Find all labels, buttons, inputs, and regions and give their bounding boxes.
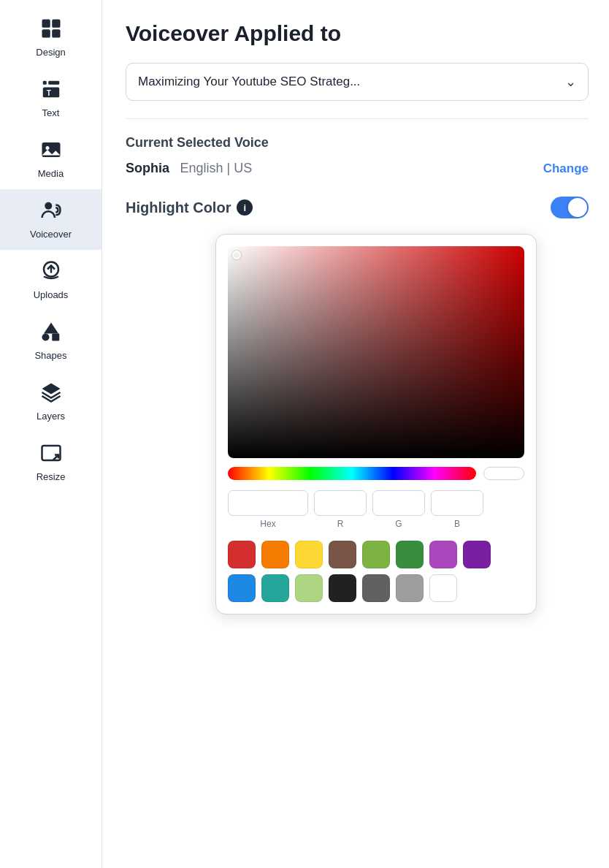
r-input-group: 255 R: [314, 490, 367, 529]
svg-point-9: [45, 146, 49, 150]
swatch-orange[interactable]: [261, 541, 289, 568]
text-icon: T: [40, 78, 62, 103]
media-icon: [40, 139, 62, 164]
sidebar-item-voiceover[interactable]: Voiceover: [0, 189, 102, 250]
swatches-row-2: [228, 574, 524, 602]
sidebar-item-media[interactable]: Media: [0, 129, 102, 189]
sidebar-item-label-layers: Layers: [37, 411, 65, 422]
main-content: Voiceover Applied to Maximizing Your You…: [102, 0, 609, 868]
resize-icon: [40, 442, 62, 467]
sidebar-item-label-resize: Resize: [37, 471, 66, 482]
sidebar-item-design[interactable]: Design: [0, 7, 102, 68]
swatch-teal[interactable]: [261, 574, 289, 602]
sliders-row: [228, 467, 524, 480]
swatch-white[interactable]: [429, 574, 457, 602]
swatch-brown[interactable]: [329, 541, 356, 568]
highlight-color-row: Highlight Color i: [126, 197, 589, 218]
voiceover-icon: [40, 199, 62, 224]
color-inputs-row: FFFFFF Hex 255 R 255 G 255 B: [228, 490, 524, 529]
chevron-down-icon: ⌄: [565, 74, 576, 90]
highlight-toggle[interactable]: [551, 197, 589, 218]
swatch-lime[interactable]: [295, 574, 323, 602]
svg-rect-6: [42, 88, 59, 98]
dropdown-value: Maximizing Your Youtube SEO Strateg...: [138, 75, 360, 89]
sidebar-item-label-uploads: Uploads: [34, 289, 69, 300]
sidebar-item-layers[interactable]: Layers: [0, 371, 102, 432]
highlight-label-group: Highlight Color i: [126, 199, 253, 216]
svg-text:T: T: [46, 89, 50, 97]
color-gradient-canvas[interactable]: [228, 246, 524, 458]
svg-rect-5: [48, 81, 59, 85]
hex-input[interactable]: FFFFFF: [228, 490, 308, 516]
swatch-red[interactable]: [228, 541, 256, 568]
voice-section-label: Current Selected Voice: [126, 135, 589, 151]
shapes-icon: [40, 321, 62, 346]
swatch-light-green[interactable]: [362, 541, 390, 568]
b-input-group: 255 B: [431, 490, 483, 529]
divider: [126, 118, 589, 119]
swatch-gray[interactable]: [396, 574, 424, 602]
svg-rect-4: [42, 81, 46, 85]
uploads-icon: [40, 260, 62, 285]
color-picker-popup: FFFFFF Hex 255 R 255 G 255 B: [215, 234, 537, 614]
swatch-dark-green[interactable]: [396, 541, 424, 568]
svg-rect-2: [42, 29, 50, 37]
sidebar: Design T Text Media: [0, 0, 102, 868]
b-input[interactable]: 255: [431, 490, 483, 516]
r-input[interactable]: 255: [314, 490, 367, 516]
video-dropdown[interactable]: Maximizing Your Youtube SEO Strateg... ⌄: [126, 63, 589, 101]
swatch-black[interactable]: [329, 574, 356, 602]
hex-label: Hex: [260, 519, 275, 529]
info-icon[interactable]: i: [237, 199, 253, 216]
sidebar-item-resize[interactable]: Resize: [0, 432, 102, 492]
sidebar-item-label-text: Text: [42, 107, 60, 118]
svg-point-15: [42, 334, 49, 341]
sidebar-item-shapes[interactable]: Shapes: [0, 311, 102, 371]
swatch-yellow[interactable]: [295, 541, 323, 568]
b-label: B: [454, 519, 460, 529]
layers-icon: [40, 381, 62, 406]
change-voice-button[interactable]: Change: [543, 161, 589, 176]
swatches-grid: [228, 541, 524, 602]
voice-lang: English | US: [180, 161, 252, 175]
swatch-dark-gray[interactable]: [362, 574, 390, 602]
sidebar-item-text[interactable]: T Text: [0, 68, 102, 129]
swatch-blue[interactable]: [228, 574, 256, 602]
sidebar-item-label-shapes: Shapes: [34, 350, 66, 361]
svg-rect-0: [42, 20, 50, 28]
hex-input-group: FFFFFF Hex: [228, 490, 308, 529]
g-input-group: 255 G: [372, 490, 425, 529]
page-title: Voiceover Applied to: [126, 20, 589, 47]
swatches-row-1: [228, 541, 524, 568]
svg-rect-1: [52, 20, 60, 28]
sidebar-item-label-voiceover: Voiceover: [30, 229, 72, 240]
sidebar-item-label-media: Media: [38, 168, 64, 179]
svg-marker-13: [44, 323, 58, 334]
r-label: R: [337, 519, 344, 529]
voice-row: Sophia English | US Change: [126, 161, 589, 176]
design-icon: [40, 18, 62, 42]
voice-info: Sophia English | US: [126, 161, 252, 176]
swatch-purple[interactable]: [463, 541, 491, 568]
hue-slider[interactable]: [228, 467, 476, 480]
voice-name: Sophia: [126, 161, 169, 175]
toggle-knob: [568, 198, 587, 217]
gradient-handle[interactable]: [232, 251, 241, 259]
svg-rect-3: [52, 29, 60, 37]
opacity-slider[interactable]: [483, 467, 524, 480]
sidebar-item-label-design: Design: [36, 47, 65, 58]
swatch-light-purple[interactable]: [429, 541, 457, 568]
sidebar-item-uploads[interactable]: Uploads: [0, 250, 102, 311]
svg-point-10: [45, 202, 52, 210]
highlight-label: Highlight Color: [126, 199, 231, 216]
g-input[interactable]: 255: [372, 490, 425, 516]
g-label: G: [395, 519, 402, 529]
svg-rect-14: [52, 334, 59, 341]
